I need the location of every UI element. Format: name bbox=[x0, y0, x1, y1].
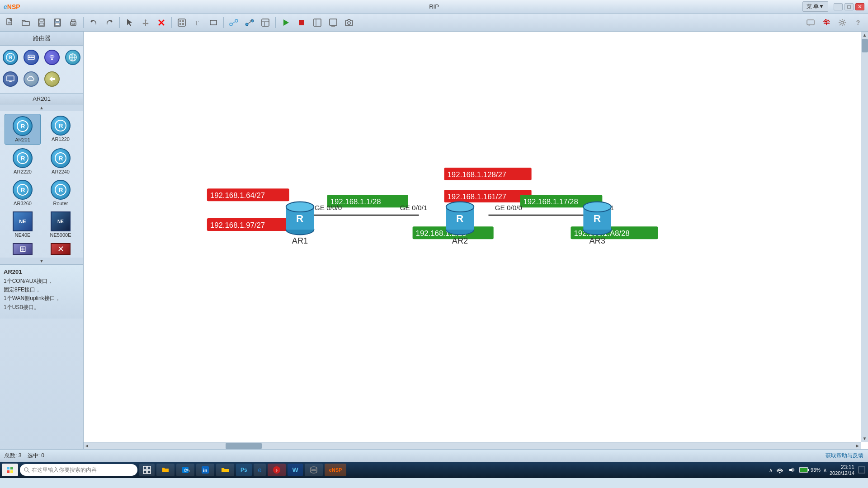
connect-button[interactable] bbox=[226, 16, 241, 29]
taskbar-app-db[interactable] bbox=[305, 464, 323, 476]
svg-rect-20 bbox=[179, 20, 181, 22]
rectangle-button[interactable] bbox=[206, 16, 221, 29]
scroll-v-up[interactable]: ▲ bbox=[861, 32, 868, 38]
divider-1 bbox=[0, 92, 83, 92]
scroll-h-thumb[interactable] bbox=[226, 443, 262, 449]
svg-point-88 bbox=[446, 202, 474, 212]
auto-connect-button[interactable] bbox=[242, 16, 257, 29]
add-port-button[interactable] bbox=[175, 16, 189, 29]
capture-button[interactable] bbox=[342, 16, 356, 29]
svg-line-101 bbox=[28, 471, 29, 473]
model-item-ar1220[interactable]: R AR1220 bbox=[42, 114, 79, 145]
svg-point-51 bbox=[51, 58, 53, 60]
model-item-ar2220[interactable]: R AR2220 bbox=[5, 146, 41, 176]
type-icon-ar2[interactable] bbox=[22, 48, 41, 66]
save-button[interactable] bbox=[50, 16, 65, 29]
scroll-down-arrow[interactable]: ▼ bbox=[0, 258, 83, 264]
play-button[interactable] bbox=[278, 16, 293, 29]
model-item-ne5000e[interactable]: NE NE5000E bbox=[42, 210, 79, 239]
model-item-ne40e[interactable]: NE NE40E bbox=[5, 210, 41, 239]
model-item-ar3260[interactable]: R AR3260 bbox=[5, 178, 41, 208]
taskbar-search-input[interactable] bbox=[20, 464, 137, 476]
type-icon-cloud[interactable] bbox=[22, 70, 41, 88]
svg-text:R: R bbox=[296, 213, 303, 224]
model-item-router[interactable]: R Router bbox=[42, 178, 79, 208]
model-item-partial1[interactable]: ⊞ bbox=[5, 241, 41, 255]
restore-button[interactable]: □ bbox=[844, 3, 854, 10]
select-button[interactable] bbox=[123, 16, 137, 29]
horizontal-scrollbar[interactable]: ◄ ► bbox=[84, 442, 861, 449]
start-button[interactable] bbox=[2, 464, 18, 476]
minimize-button[interactable]: ─ bbox=[834, 3, 843, 10]
help-link[interactable]: 获取帮助与反馈 bbox=[826, 452, 863, 460]
model-item-ar2240[interactable]: R AR2240 bbox=[42, 146, 79, 176]
type-icon-arrow[interactable] bbox=[42, 70, 61, 88]
scroll-h-left[interactable]: ◄ bbox=[84, 443, 90, 448]
svg-rect-42 bbox=[807, 20, 814, 25]
topology-button[interactable] bbox=[258, 16, 273, 29]
redo-button[interactable] bbox=[102, 16, 117, 29]
open-button[interactable] bbox=[19, 16, 33, 29]
taskbar-app-ie[interactable]: e bbox=[254, 464, 266, 476]
type-icon-wifi[interactable] bbox=[42, 48, 61, 66]
system-clock[interactable]: 23:11 2020/12/14 bbox=[830, 464, 854, 476]
taskbar-app-music[interactable]: ♪ bbox=[268, 464, 286, 476]
node-ar1[interactable]: R AR1 bbox=[286, 202, 314, 245]
taskbar-app-word[interactable]: W bbox=[288, 464, 302, 476]
delete-button[interactable] bbox=[154, 16, 169, 29]
folder-icon bbox=[221, 465, 230, 474]
save-all-button[interactable] bbox=[34, 16, 49, 29]
close-button[interactable]: ✕ bbox=[855, 3, 864, 10]
message-button[interactable] bbox=[803, 16, 818, 29]
print-button[interactable] bbox=[66, 16, 80, 29]
type-icon-ar[interactable]: R bbox=[1, 48, 20, 66]
svg-point-26 bbox=[230, 23, 232, 26]
total-count: 总数: 3 bbox=[5, 452, 21, 459]
undo-button[interactable] bbox=[86, 16, 101, 29]
ie-icon: e bbox=[258, 466, 262, 474]
scroll-up-arrow[interactable]: ▲ bbox=[0, 104, 83, 111]
toolbar-separator-4 bbox=[223, 17, 224, 28]
type-icon-pc[interactable] bbox=[1, 70, 20, 88]
model-item-ar201[interactable]: R AR201 bbox=[5, 114, 41, 145]
taskbar-app-linkedin[interactable]: in bbox=[196, 464, 214, 476]
search-container bbox=[20, 464, 137, 476]
stop-button[interactable] bbox=[294, 16, 309, 29]
taskbar-app-folder[interactable] bbox=[216, 464, 234, 476]
notification-icon[interactable] bbox=[857, 465, 866, 474]
taskview-button[interactable] bbox=[139, 464, 155, 476]
new-button[interactable] bbox=[3, 16, 17, 29]
menu-button[interactable]: 菜 单▼ bbox=[802, 1, 828, 12]
label-161-27: 192.168.1.161/27 bbox=[448, 192, 507, 201]
clock-date: 2020/12/14 bbox=[830, 470, 854, 476]
tray-more-icons[interactable]: ∧ bbox=[823, 467, 827, 473]
taskbar-app-explorer[interactable] bbox=[156, 464, 175, 476]
taskbar-app-ps[interactable]: Ps bbox=[236, 464, 252, 476]
text-button[interactable]: T bbox=[190, 16, 205, 29]
type-icon-globe[interactable] bbox=[63, 48, 82, 66]
tray-expand[interactable]: ∧ bbox=[769, 467, 773, 473]
console-button[interactable] bbox=[326, 16, 340, 29]
pc-icon bbox=[3, 71, 18, 87]
taskbar-app-ensp[interactable]: eNSP bbox=[325, 464, 347, 476]
cloud-icon bbox=[24, 71, 39, 87]
network-tray-icon[interactable] bbox=[775, 465, 784, 474]
vertical-scrollbar[interactable]: ▲ ▼ bbox=[861, 32, 868, 442]
taskbar-app-store[interactable]: 🛍 bbox=[176, 464, 194, 476]
svg-rect-22 bbox=[179, 23, 181, 25]
scroll-v-down[interactable]: ▼ bbox=[861, 435, 868, 442]
music-icon: ♪ bbox=[272, 465, 281, 474]
svg-marker-117 bbox=[789, 468, 793, 472]
settings-button[interactable] bbox=[835, 16, 849, 29]
huawei-logo-button[interactable]: 华 bbox=[819, 16, 834, 29]
move-button[interactable] bbox=[138, 16, 153, 29]
config-button[interactable] bbox=[310, 16, 325, 29]
model-item-partial2[interactable]: ✕ bbox=[42, 241, 79, 255]
volume-tray-icon[interactable] bbox=[787, 465, 796, 474]
help-button[interactable]: ? bbox=[851, 16, 865, 29]
taskview-icon bbox=[143, 466, 151, 474]
scroll-v-thumb[interactable] bbox=[862, 39, 868, 52]
svg-rect-25 bbox=[210, 20, 217, 25]
scroll-h-right[interactable]: ► bbox=[854, 443, 861, 448]
canvas-area[interactable]: 192.168.1.64/27 192.168.1.97/27 192.168.… bbox=[84, 32, 868, 449]
